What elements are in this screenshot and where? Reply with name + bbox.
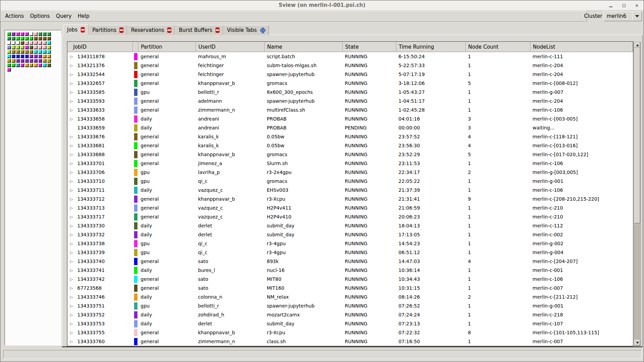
node-square[interactable] xyxy=(34,50,38,54)
node-square[interactable] xyxy=(47,41,51,45)
row-expander-icon[interactable]: ▷ xyxy=(70,171,74,174)
row-expander-icon[interactable]: ▷ xyxy=(70,224,74,228)
table-row[interactable]: ▷134311878generalmahrous_mscript.batchRU… xyxy=(67,52,633,61)
row-expander-icon[interactable]: ▷ xyxy=(70,233,74,237)
node-square[interactable] xyxy=(12,54,15,58)
column-header-userid[interactable]: UserID xyxy=(196,42,265,52)
row-expander-icon[interactable]: ▷ xyxy=(70,99,74,103)
node-square[interactable] xyxy=(43,46,47,49)
node-square[interactable] xyxy=(12,59,15,63)
node-square[interactable] xyxy=(25,63,29,67)
table-row[interactable]: 134333659dailyandreaniPROBABPENDING00:00… xyxy=(67,123,633,132)
node-square[interactable] xyxy=(12,63,15,67)
scroll-up-button[interactable] xyxy=(634,42,640,48)
node-square[interactable] xyxy=(16,37,20,40)
node-square[interactable] xyxy=(38,54,42,58)
column-header-node-count[interactable]: Node Count xyxy=(466,42,530,52)
node-square[interactable] xyxy=(12,37,15,40)
node-square[interactable] xyxy=(34,63,38,67)
table-row[interactable]: ▷134333740generalsato893kRUNNING14:47:03… xyxy=(67,257,633,266)
row-expander-icon[interactable]: ▷ xyxy=(70,162,74,165)
column-header-partition[interactable]: Partition xyxy=(139,42,196,52)
row-expander-icon[interactable]: ▷ xyxy=(70,242,74,246)
node-square[interactable] xyxy=(38,63,42,67)
tab-reservations[interactable]: Reservations xyxy=(127,25,175,35)
node-square[interactable] xyxy=(21,32,24,36)
menu-help[interactable]: Help xyxy=(75,12,92,21)
row-expander-icon[interactable]: ▷ xyxy=(70,215,74,219)
node-square[interactable] xyxy=(12,46,15,49)
node-square[interactable] xyxy=(29,59,33,63)
row-expander-icon[interactable]: ▷ xyxy=(70,322,74,326)
row-expander-icon[interactable]: ▷ xyxy=(70,108,74,112)
node-square[interactable] xyxy=(29,41,33,45)
node-square[interactable] xyxy=(16,46,20,49)
column-header-jobid[interactable]: JobID xyxy=(67,42,133,52)
column-header-nodelist[interactable]: NodeList xyxy=(530,42,633,52)
row-expander-icon[interactable]: ▷ xyxy=(70,331,74,335)
tab-partitions[interactable]: Partitions xyxy=(89,25,127,35)
node-square[interactable] xyxy=(7,32,11,36)
row-expander-icon[interactable]: ▷ xyxy=(70,153,74,157)
table-row[interactable]: ▷134333730dailyderletsubmit_dayRUNNING18… xyxy=(67,221,633,230)
row-expander-icon[interactable]: ▷ xyxy=(70,197,74,201)
node-square[interactable] xyxy=(25,32,29,36)
titlebar[interactable]: Sview (on merlin-l-001.psi.ch) ✕ xyxy=(0,0,644,11)
node-square[interactable] xyxy=(7,59,11,63)
table-row[interactable]: ▷134321376generalfeichtingersubm-talos-m… xyxy=(67,61,633,70)
row-expander-icon[interactable]: ▷ xyxy=(70,340,74,344)
node-square[interactable] xyxy=(43,41,47,45)
table-row[interactable]: ▷134333752dailyzohdirad_hmozart2camxRUNN… xyxy=(67,310,633,319)
node-square[interactable] xyxy=(34,37,38,40)
table-row[interactable]: ▷134333712generalkhanppnavar_br3-XcpuRUN… xyxy=(67,195,633,203)
table-row[interactable]: ▷134333676generalkaralis_k0.05bwRUNNING2… xyxy=(67,132,633,141)
row-expander-icon[interactable]: ▷ xyxy=(70,295,74,299)
node-square[interactable] xyxy=(34,46,38,49)
node-square[interactable] xyxy=(21,63,24,67)
row-expander-icon[interactable]: ▷ xyxy=(70,144,74,148)
node-square[interactable] xyxy=(7,50,11,54)
node-square[interactable] xyxy=(12,41,15,45)
node-square[interactable] xyxy=(16,54,20,58)
table-row[interactable]: ▷134333711dailyvazquez_cEHSv003RUNNING21… xyxy=(67,186,633,195)
table-row[interactable]: ▷134333741dailybures_lnucl-16RUNNING10:3… xyxy=(67,266,633,275)
node-square[interactable] xyxy=(29,54,33,58)
node-square[interactable] xyxy=(7,68,11,72)
add-icon[interactable] xyxy=(260,27,265,33)
node-square[interactable] xyxy=(38,32,42,36)
node-square[interactable] xyxy=(25,50,29,54)
table-row[interactable]: ▷134333710gpuqi_cgromacsRUNNING22:05:221… xyxy=(67,177,633,186)
row-expander-icon[interactable]: ▷ xyxy=(70,313,74,317)
node-square[interactable] xyxy=(29,50,33,54)
node-square[interactable] xyxy=(7,37,11,40)
node-square[interactable] xyxy=(38,41,42,45)
node-square[interactable] xyxy=(25,41,29,45)
node-square[interactable] xyxy=(47,54,51,58)
menu-actions[interactable]: Actions xyxy=(2,12,27,21)
node-square[interactable] xyxy=(25,54,29,58)
node-square[interactable] xyxy=(16,41,20,45)
table-row[interactable]: ▷134333746dailycolonna_nNM_relaxRUNNING0… xyxy=(67,292,633,301)
tab-jobs[interactable]: Jobs xyxy=(63,24,89,35)
cluster-combobox[interactable]: merlin6 xyxy=(604,11,642,21)
row-expander-icon[interactable]: ▷ xyxy=(70,188,74,192)
node-square[interactable] xyxy=(47,32,51,36)
row-expander-icon[interactable]: ▷ xyxy=(70,179,74,183)
remove-icon[interactable] xyxy=(167,27,171,33)
table-row[interactable]: ▷134333688generalkhanppnavar_bgromacsRUN… xyxy=(67,150,633,159)
row-expander-icon[interactable]: ▷ xyxy=(70,135,74,139)
node-square[interactable] xyxy=(38,46,42,49)
table-row[interactable]: ▷134333753dailyderletsubmit_dayRUNNING07… xyxy=(67,319,633,328)
row-expander-icon[interactable]: ▷ xyxy=(70,64,74,67)
node-square[interactable] xyxy=(16,32,20,36)
table-row[interactable]: ▷67723568generalsatoMIT160RUNNING10:31:1… xyxy=(67,284,633,292)
table-row[interactable]: ▷134333751gpubellotti_rspawner-jupyterhu… xyxy=(67,301,633,310)
node-square[interactable] xyxy=(21,46,24,49)
table-row[interactable]: ▷134333739gpuqi_cr3-4gpuRUNNING06:51:121… xyxy=(67,248,633,257)
node-square[interactable] xyxy=(43,50,47,54)
row-expander-icon[interactable]: ▷ xyxy=(70,304,74,308)
node-square[interactable] xyxy=(47,63,51,67)
node-square[interactable] xyxy=(16,59,20,63)
node-square[interactable] xyxy=(43,63,47,67)
column-header-state[interactable]: State xyxy=(343,42,396,52)
